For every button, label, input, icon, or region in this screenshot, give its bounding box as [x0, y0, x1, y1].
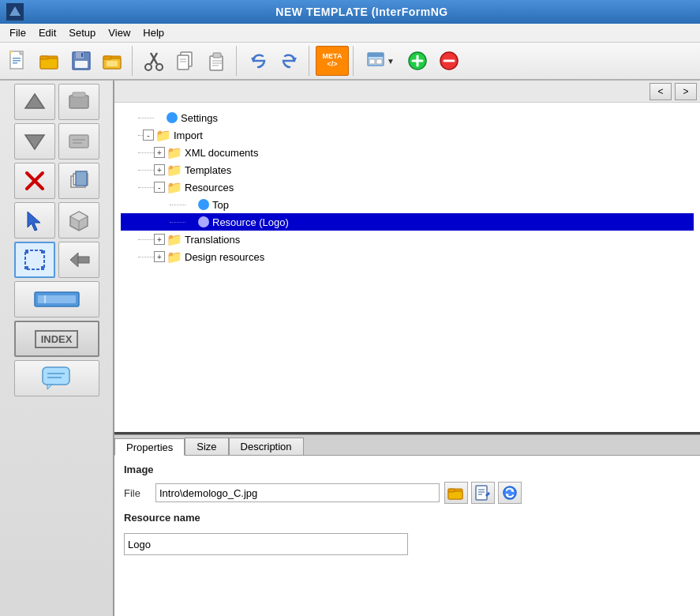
- arrow-down-button[interactable]: [14, 123, 55, 160]
- speech-button[interactable]: [14, 360, 99, 396]
- template-button[interactable]: ▼: [360, 46, 401, 76]
- gray-shape-2-button[interactable]: [58, 123, 99, 160]
- app-icon: [6, 3, 24, 21]
- pointer-button[interactable]: [14, 202, 55, 239]
- design-resources-expander[interactable]: +: [154, 251, 165, 262]
- refresh-file-button[interactable]: [498, 482, 522, 504]
- new-button[interactable]: [3, 46, 33, 76]
- svg-rect-17: [103, 56, 111, 59]
- tree-content[interactable]: Settings - 📁 Import + 📁 XML documents: [114, 103, 700, 432]
- tree-item-design-resources[interactable]: + 📁 Design resources: [121, 248, 694, 265]
- edit-file-button[interactable]: [471, 482, 495, 504]
- arrow-up-button[interactable]: [14, 84, 55, 120]
- save-button[interactable]: [66, 46, 96, 76]
- redo-button[interactable]: [275, 46, 305, 76]
- index-button[interactable]: INDEX: [14, 321, 99, 357]
- resources-label: Resources: [185, 182, 234, 193]
- nav-next-button[interactable]: >: [675, 83, 697, 100]
- title-bar: NEW TEMPLATE (InterFormNG: [0, 0, 700, 24]
- templates-label: Templates: [185, 164, 231, 176]
- tab-properties[interactable]: Properties: [114, 438, 185, 456]
- cut-button[interactable]: [139, 46, 169, 76]
- svg-marker-55: [28, 212, 40, 231]
- tree-item-resource-logo[interactable]: Resource (Logo): [121, 213, 694, 231]
- remove-button[interactable]: [434, 46, 464, 76]
- top-label: Top: [212, 199, 229, 211]
- undo-button[interactable]: [243, 46, 273, 76]
- translations-label: Translations: [185, 234, 240, 246]
- svg-rect-13: [75, 61, 88, 68]
- top-icon: [198, 199, 209, 210]
- svg-rect-47: [69, 135, 88, 148]
- tree-panel: < > Settings - 📁 Import: [114, 81, 700, 434]
- import-folder-icon: 📁: [155, 128, 171, 143]
- design-resources-label: Design resources: [185, 251, 264, 263]
- copy-button[interactable]: [170, 46, 200, 76]
- selection-button[interactable]: [14, 242, 55, 278]
- svg-rect-63: [41, 266, 44, 269]
- meta-button[interactable]: META </>: [316, 46, 349, 76]
- svg-rect-37: [376, 59, 382, 64]
- svg-point-22: [156, 64, 163, 70]
- svg-rect-54: [76, 171, 87, 186]
- delete-button[interactable]: [14, 163, 55, 199]
- tree-item-import[interactable]: - 📁 Import: [121, 126, 694, 144]
- import-expander[interactable]: -: [143, 130, 154, 141]
- tree-item-resources[interactable]: - 📁 Resources: [121, 178, 694, 196]
- templates-expander[interactable]: +: [154, 164, 165, 175]
- svg-rect-61: [41, 250, 44, 254]
- stacked-docs-button[interactable]: [58, 163, 99, 199]
- index-label: INDEX: [35, 330, 79, 348]
- properties-body: Image File: [114, 456, 700, 616]
- tree-item-settings[interactable]: Settings: [121, 109, 694, 126]
- svg-point-21: [145, 64, 152, 70]
- scanner-button[interactable]: [14, 281, 99, 317]
- svg-marker-70: [47, 385, 52, 389]
- 3d-box-button[interactable]: [58, 202, 99, 239]
- toolbar-separator-4: [353, 46, 356, 76]
- svg-rect-35: [368, 53, 384, 57]
- templates-folder-icon: 📁: [167, 163, 182, 178]
- tab-description[interactable]: Description: [229, 438, 304, 455]
- svg-rect-65: [78, 257, 89, 263]
- translations-folder-icon: 📁: [167, 232, 182, 247]
- tree-item-translations[interactable]: + 📁 Translations: [121, 231, 694, 248]
- open-folder-button[interactable]: [98, 46, 128, 76]
- gray-shape-1-button[interactable]: [58, 84, 99, 120]
- svg-rect-4: [13, 58, 21, 59]
- open-button[interactable]: [35, 46, 65, 76]
- tree-item-templates[interactable]: + 📁 Templates: [121, 161, 694, 178]
- menu-file[interactable]: File: [3, 25, 32, 40]
- svg-rect-18: [107, 61, 118, 66]
- svg-rect-75: [448, 489, 455, 492]
- resource-name-section-title: Resource name: [124, 512, 691, 524]
- tree-item-top[interactable]: Top: [121, 196, 694, 213]
- tree-item-xml[interactable]: + 📁 XML documents: [121, 144, 694, 161]
- properties-tabs: Properties Size Description: [114, 435, 700, 456]
- arrow-left-button[interactable]: [58, 242, 99, 278]
- resources-folder-icon: 📁: [167, 180, 182, 195]
- menu-edit[interactable]: Edit: [32, 25, 62, 40]
- nav-prev-button[interactable]: <: [649, 83, 672, 100]
- meta-code-label: </>: [327, 61, 337, 69]
- menu-view[interactable]: View: [102, 25, 137, 40]
- svg-rect-5: [13, 60, 21, 62]
- paste-button[interactable]: [202, 46, 232, 76]
- settings-label: Settings: [181, 112, 218, 124]
- resource-name-input[interactable]: [124, 533, 408, 555]
- menu-help[interactable]: Help: [137, 25, 170, 40]
- file-input[interactable]: [155, 483, 440, 502]
- browse-file-button[interactable]: [444, 482, 468, 504]
- import-label: Import: [174, 130, 203, 141]
- menu-setup[interactable]: Setup: [62, 25, 102, 40]
- svg-rect-28: [213, 53, 221, 58]
- resources-expander[interactable]: -: [154, 182, 165, 193]
- svg-rect-6: [13, 62, 17, 64]
- tab-size[interactable]: Size: [185, 438, 228, 455]
- image-section-title: Image: [124, 464, 691, 475]
- file-label: File: [124, 487, 155, 499]
- translations-expander[interactable]: +: [154, 234, 165, 245]
- file-field: File: [124, 482, 691, 504]
- xml-expander[interactable]: +: [154, 147, 165, 158]
- add-button[interactable]: [402, 46, 432, 76]
